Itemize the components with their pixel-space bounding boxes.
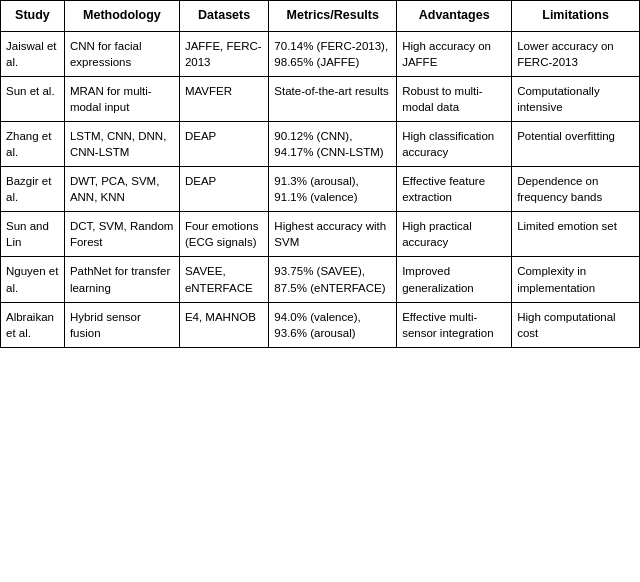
comparison-table: Study Methodology Datasets Metrics/Resul… (0, 0, 640, 348)
cell-limitations: High computational cost (512, 302, 640, 347)
cell-metrics: 90.12% (CNN), 94.17% (CNN-LSTM) (269, 121, 397, 166)
table-row: Sun and LinDCT, SVM, Random ForestFour e… (1, 212, 640, 257)
cell-advantages: Effective feature extraction (397, 167, 512, 212)
cell-limitations: Complexity in implementation (512, 257, 640, 302)
cell-methodology: DCT, SVM, Random Forest (64, 212, 179, 257)
cell-metrics: Highest accuracy with SVM (269, 212, 397, 257)
cell-limitations: Computationally intensive (512, 76, 640, 121)
cell-datasets: Four emotions (ECG signals) (179, 212, 268, 257)
cell-study: Sun and Lin (1, 212, 65, 257)
header-metrics: Metrics/Results (269, 1, 397, 32)
cell-advantages: High classification accuracy (397, 121, 512, 166)
table-row: Zhang et al.LSTM, CNN, DNN, CNN-LSTMDEAP… (1, 121, 640, 166)
header-methodology: Methodology (64, 1, 179, 32)
cell-metrics: 91.3% (arousal), 91.1% (valence) (269, 167, 397, 212)
header-datasets: Datasets (179, 1, 268, 32)
table-row: Sun et al.MRAN for multi-modal inputMAVF… (1, 76, 640, 121)
cell-study: Zhang et al. (1, 121, 65, 166)
table-row: Jaiswal et al.CNN for facial expressions… (1, 31, 640, 76)
cell-datasets: JAFFE, FERC-2013 (179, 31, 268, 76)
cell-study: Albraikan et al. (1, 302, 65, 347)
cell-study: Bazgir et al. (1, 167, 65, 212)
cell-methodology: DWT, PCA, SVM, ANN, KNN (64, 167, 179, 212)
table-row: Bazgir et al.DWT, PCA, SVM, ANN, KNNDEAP… (1, 167, 640, 212)
cell-metrics: 94.0% (valence), 93.6% (arousal) (269, 302, 397, 347)
header-limitations: Limitations (512, 1, 640, 32)
cell-methodology: LSTM, CNN, DNN, CNN-LSTM (64, 121, 179, 166)
cell-metrics: State-of-the-art results (269, 76, 397, 121)
cell-datasets: E4, MAHNOB (179, 302, 268, 347)
header-study: Study (1, 1, 65, 32)
cell-study: Jaiswal et al. (1, 31, 65, 76)
cell-study: Sun et al. (1, 76, 65, 121)
cell-limitations: Limited emotion set (512, 212, 640, 257)
cell-advantages: Improved generalization (397, 257, 512, 302)
cell-advantages: High accuracy on JAFFE (397, 31, 512, 76)
cell-datasets: DEAP (179, 121, 268, 166)
cell-datasets: DEAP (179, 167, 268, 212)
cell-metrics: 93.75% (SAVEE), 87.5% (eNTERFACE) (269, 257, 397, 302)
header-row: Study Methodology Datasets Metrics/Resul… (1, 1, 640, 32)
cell-metrics: 70.14% (FERC-2013), 98.65% (JAFFE) (269, 31, 397, 76)
cell-limitations: Dependence on frequency bands (512, 167, 640, 212)
cell-limitations: Potential overfitting (512, 121, 640, 166)
cell-advantages: Robust to multi-modal data (397, 76, 512, 121)
table-row: Albraikan et al.Hybrid sensor fusionE4, … (1, 302, 640, 347)
cell-methodology: PathNet for transfer learning (64, 257, 179, 302)
cell-methodology: MRAN for multi-modal input (64, 76, 179, 121)
cell-advantages: Effective multi-sensor integration (397, 302, 512, 347)
cell-study: Nguyen et al. (1, 257, 65, 302)
cell-limitations: Lower accuracy on FERC-2013 (512, 31, 640, 76)
cell-advantages: High practical accuracy (397, 212, 512, 257)
cell-datasets: SAVEE, eNTERFACE (179, 257, 268, 302)
cell-datasets: MAVFER (179, 76, 268, 121)
header-advantages: Advantages (397, 1, 512, 32)
table-row: Nguyen et al.PathNet for transfer learni… (1, 257, 640, 302)
cell-methodology: Hybrid sensor fusion (64, 302, 179, 347)
cell-methodology: CNN for facial expressions (64, 31, 179, 76)
